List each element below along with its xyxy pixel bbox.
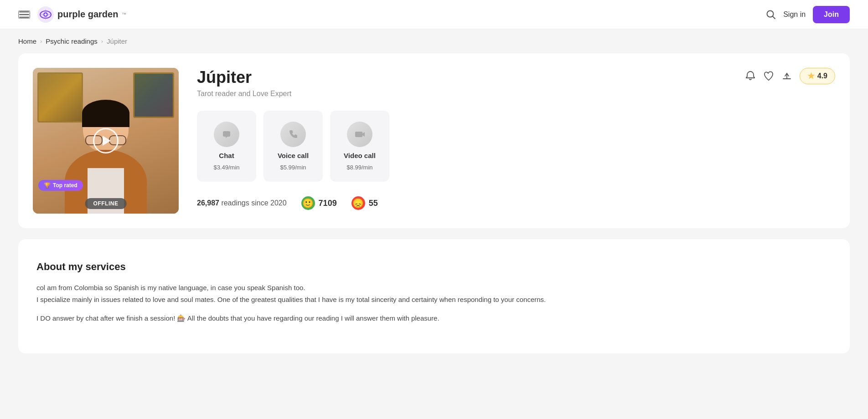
search-icon [766,10,776,20]
offline-badge: OFFLINE [85,198,127,209]
about-paragraph-1: col am from Colombia so Spanish is my na… [36,282,832,305]
breadcrumb: Home › Psychic readings › Júpiter [0,29,868,53]
main-content: 🏆 Top rated OFFLINE Júpiter [0,53,868,372]
share-icon [781,71,792,82]
heart-icon [763,71,774,82]
logo-icon [37,6,54,23]
logo-text: purple garden [57,9,118,20]
sign-in-button[interactable]: Sign in [783,10,806,19]
site-header: purple garden™ Sign in Join [0,0,868,29]
profile-card: 🏆 Top rated OFFLINE Júpiter [18,53,850,228]
negative-feedback: 😞 55 [351,196,378,210]
bell-icon [745,71,756,82]
join-button[interactable]: Join [813,6,850,23]
about-text: col am from Colombia so Spanish is my na… [36,282,832,324]
readings-count: 26,987 readings since 2020 [197,199,287,207]
favorite-button[interactable] [763,71,774,82]
svg-line-5 [773,16,775,19]
chat-icon-circle [214,122,239,147]
chat-service-name: Chat [219,152,234,159]
voice-icon-circle [280,122,306,147]
share-button[interactable] [781,71,792,82]
negative-emoji: 😞 [351,196,365,210]
header-right: Sign in Join [766,6,850,23]
voice-service-price: $5.99/min [280,164,306,171]
header-left: purple garden™ [18,6,126,23]
positive-count: 7109 [319,199,337,208]
breadcrumb-sep-2: › [101,38,103,45]
breadcrumb-section[interactable]: Psychic readings [46,37,97,45]
negative-count: 55 [369,199,378,208]
breadcrumb-current: Júpiter [107,37,127,45]
profile-info: Júpiter [197,68,835,210]
notification-button[interactable] [745,71,756,82]
positive-feedback: 🙂 7109 [301,196,337,210]
star-icon: ★ [807,71,815,81]
svg-rect-8 [355,132,362,137]
readings-label: readings since 2020 [221,199,286,207]
chat-icon [220,128,233,141]
video-icon-circle [347,122,372,147]
stats-row: 26,987 readings since 2020 🙂 7109 😞 55 [197,196,835,210]
breadcrumb-home[interactable]: Home [18,37,36,45]
logo: purple garden™ [37,6,126,23]
chat-service-price: $3.49/min [213,164,239,171]
about-title: About my services [36,261,832,273]
readings-number: 26,987 [197,199,219,207]
play-button[interactable] [93,128,119,153]
chat-service-card[interactable]: Chat $3.49/min [197,111,256,182]
rating-value: 4.9 [817,72,827,80]
positive-emoji: 🙂 [301,196,315,210]
logo-tm: ™ [122,12,126,17]
video-service-card[interactable]: Video call $8.99/min [330,111,389,182]
profile-image-wrap: 🏆 Top rated OFFLINE [33,68,179,214]
about-card: About my services col am from Colombia s… [18,239,850,353]
search-button[interactable] [766,10,776,20]
video-service-price: $8.99/min [346,164,372,171]
profile-subtitle: Tarot reader and Love Expert [197,90,835,98]
profile-image [33,68,179,214]
service-cards: Chat $3.49/min Voice call $5.99/min [197,111,835,182]
rating-badge: ★ 4.9 [800,68,835,84]
top-rated-badge: 🏆 Top rated [38,180,83,191]
about-paragraph-2: I DO answer by chat after we finish a se… [36,312,832,324]
hamburger-menu[interactable] [18,10,30,19]
voice-service-name: Voice call [278,152,309,159]
trophy-icon: 🏆 [44,182,51,189]
video-service-name: Video call [344,152,376,159]
breadcrumb-sep-1: › [40,38,42,45]
profile-name: Júpiter [197,68,252,87]
phone-icon [287,128,300,141]
play-icon [103,136,111,146]
profile-actions: ★ 4.9 [745,68,835,84]
profile-header-row: Júpiter [197,68,835,87]
video-icon [353,128,366,141]
voice-service-card[interactable]: Voice call $5.99/min [264,111,323,182]
